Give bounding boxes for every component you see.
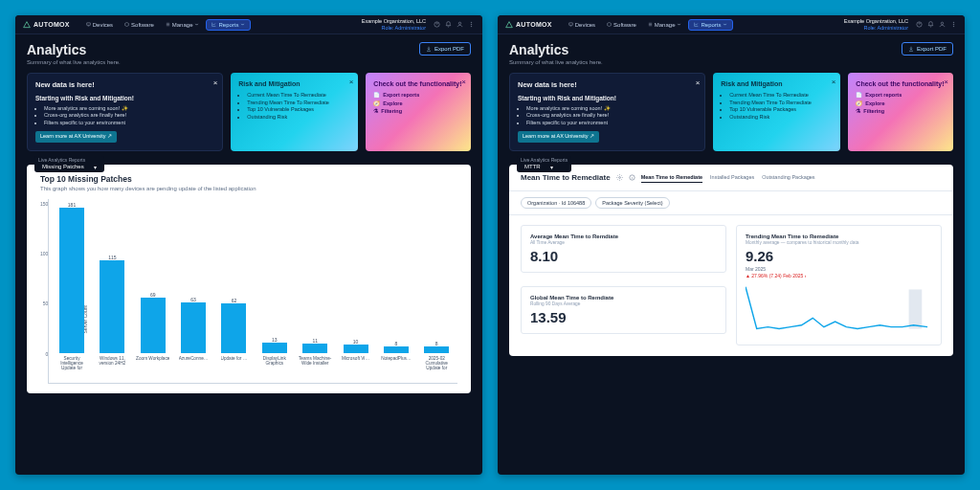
svg-rect-6 (568, 23, 572, 26)
monitor-icon (86, 22, 91, 27)
filter-org[interactable]: Organization · Id 106488 (521, 197, 591, 209)
nav-reports[interactable]: Reports (206, 19, 251, 31)
nav-software[interactable]: Software (120, 19, 159, 31)
page-subtitle: Summary of what live analytics here. (509, 59, 603, 65)
svg-point-11 (953, 26, 954, 27)
filter-icon: ⚗ (373, 108, 378, 116)
tab-installed[interactable]: Installed Packages (710, 172, 754, 183)
bar-column: 10Microsoft Vi… (337, 201, 374, 383)
package-icon (124, 22, 129, 27)
nav-software[interactable]: Software (602, 19, 641, 31)
export-pdf-button[interactable]: Export PDF (902, 42, 953, 56)
promo-risk: × Risk and Mitigation Current Mean Time … (231, 73, 358, 150)
nav-devices[interactable]: Devices (564, 19, 600, 31)
bar-column: 63AzureConne… (174, 201, 212, 383)
close-icon[interactable]: × (944, 77, 948, 87)
nav-reports[interactable]: Reports (688, 19, 733, 31)
promo-cards: × New data is here!Starting with Risk an… (509, 73, 953, 150)
chevron-down-icon (240, 22, 245, 27)
user-icon[interactable] (939, 21, 946, 28)
nav-manage[interactable]: Manage (161, 19, 205, 31)
org-info: Example Organization, LLCRole: Administr… (844, 18, 908, 31)
metric-global: Global Mean Time to RemdiateRolling 90 D… (521, 286, 726, 334)
chart-panel: Live Analytics ReportsMissing Patches▾ T… (27, 165, 471, 393)
svg-point-2 (458, 22, 460, 24)
chevron-down-icon (723, 22, 727, 27)
compass-icon: 🧭 (856, 100, 862, 108)
mttr-panel: Live Analytics ReportsMTTR▾ Mean Time to… (509, 165, 953, 356)
report-select[interactable]: MTTR▾ (521, 163, 568, 171)
topbar: AUTOMOX Devices Software Manage Reports … (498, 15, 965, 34)
svg-point-5 (471, 26, 472, 27)
metric-average: Average Mean Time to RemdiateAll Time Av… (521, 225, 726, 273)
close-icon[interactable]: × (696, 78, 701, 88)
svg-point-12 (618, 176, 620, 178)
sparkline (746, 282, 932, 336)
close-icon[interactable]: × (461, 77, 466, 87)
learn-more-link[interactable]: Learn more at AX University ↗ (35, 131, 117, 143)
tab-mttr[interactable]: Mean Time to Remediate (641, 172, 702, 183)
close-icon[interactable]: × (832, 77, 836, 87)
page-title: Analytics (509, 42, 603, 57)
user-icon[interactable] (457, 21, 463, 28)
package-icon (607, 22, 612, 27)
close-icon[interactable]: × (349, 77, 354, 87)
nav-manage[interactable]: Manage (643, 19, 687, 31)
list-icon (648, 22, 653, 27)
list-icon (166, 22, 170, 27)
page-subtitle: Summary of what live analytics here. (27, 59, 121, 65)
help-icon[interactable] (434, 21, 440, 28)
promo-risk: × Risk and Mitigation Current Mean Time … (713, 73, 840, 150)
chevron-down-icon (677, 22, 681, 27)
filter-severity[interactable]: Package Severity (Select) (595, 197, 669, 209)
bar-column: 181Security Intelligence Update for (53, 201, 90, 383)
topbar: AUTOMOX Devices Software Manage Reports … (15, 15, 482, 34)
svg-point-8 (941, 22, 943, 24)
svg-rect-0 (86, 23, 90, 26)
bell-icon[interactable] (445, 21, 452, 28)
bell-icon[interactable] (927, 21, 934, 28)
learn-more-link[interactable]: Learn more at AX University ↗ (518, 131, 599, 143)
chevron-down-icon: ▾ (94, 164, 97, 170)
settings-icon[interactable] (616, 174, 623, 181)
y-axis-ticks: 150100500 (40, 199, 48, 384)
bar-column: 11Teams Machine-Wide Installer (297, 201, 334, 383)
bar-column: 115Windows 11, version 24H2 (94, 201, 131, 383)
svg-point-9 (953, 22, 954, 23)
promo-new-data: × New data is here!Starting with Risk an… (27, 73, 223, 150)
chart-icon (694, 22, 699, 27)
chart-title: Top 10 Missing Patches (40, 174, 457, 184)
export-pdf-button[interactable]: Export PDF (419, 42, 471, 56)
nav-devices[interactable]: Devices (81, 19, 118, 31)
bar-column: 69Zoom Workplace (134, 201, 171, 383)
report-select[interactable]: Missing Patches▾ (38, 163, 100, 171)
chevron-down-icon: ▾ (550, 164, 553, 170)
info-icon[interactable] (629, 174, 635, 181)
export-icon: 📄 (856, 92, 862, 100)
brand-logo: AUTOMOX (23, 21, 70, 29)
chart-icon (212, 22, 216, 27)
brand-logo: AUTOMOX (505, 21, 552, 29)
promo-functionality: × Check out the functionality! 📄Export r… (366, 73, 471, 150)
tab-outstanding[interactable]: Outstanding Packages (762, 172, 814, 183)
close-icon[interactable]: × (213, 78, 218, 88)
export-icon: 📄 (373, 92, 380, 100)
metric-trending: Trending Mean Time to RemediateMonthly a… (736, 225, 942, 345)
svg-point-4 (471, 24, 472, 25)
more-icon[interactable] (950, 21, 957, 28)
page-title: Analytics (27, 42, 121, 57)
bar-chart: 181Security Intelligence Update for115Wi… (48, 199, 457, 384)
more-icon[interactable] (468, 21, 475, 28)
promo-cards: × New data is here!Starting with Risk an… (27, 73, 471, 150)
help-icon[interactable] (916, 21, 923, 28)
chevron-down-icon (194, 22, 199, 27)
filter-icon: ⚗ (856, 108, 860, 116)
bar-column: 62Update for … (215, 201, 253, 383)
svg-point-10 (953, 24, 954, 25)
svg-point-3 (471, 22, 472, 23)
download-icon (908, 46, 914, 52)
download-icon (426, 46, 432, 52)
filters: Organization · Id 106488 Package Severit… (509, 191, 953, 215)
bar-column: 82025-02 Cumulative Update for (418, 201, 456, 383)
panel-title: Mean Time to Remediate (521, 173, 611, 182)
